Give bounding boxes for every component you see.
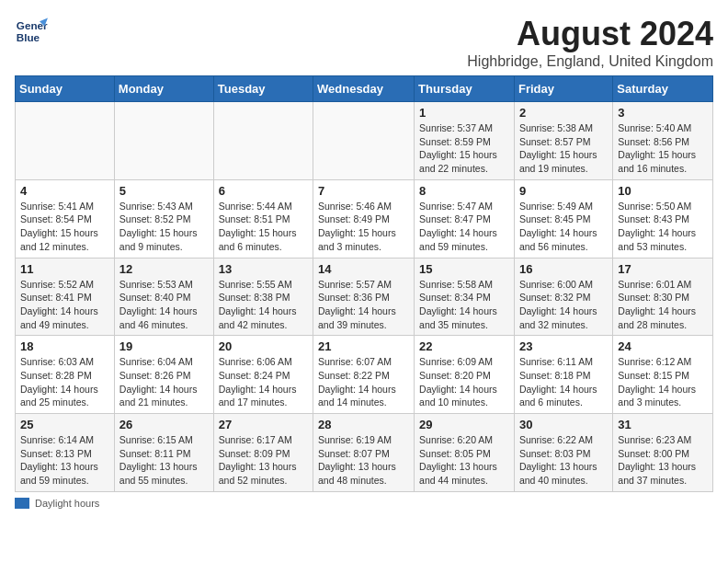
day-info: Sunrise: 5:52 AM Sunset: 8:41 PM Dayligh… — [20, 278, 109, 332]
day-info: Sunrise: 5:57 AM Sunset: 8:36 PM Dayligh… — [318, 278, 409, 332]
day-cell: 19Sunrise: 6:04 AM Sunset: 8:26 PM Dayli… — [114, 336, 213, 414]
day-number: 19 — [119, 339, 209, 353]
day-number: 17 — [618, 262, 708, 276]
day-cell: 14Sunrise: 5:57 AM Sunset: 8:36 PM Dayli… — [313, 258, 415, 336]
day-number: 16 — [519, 262, 608, 276]
weekday-header-tuesday: Tuesday — [213, 76, 313, 102]
page-title: August 2024 — [467, 15, 713, 53]
day-cell: 21Sunrise: 6:07 AM Sunset: 8:22 PM Dayli… — [313, 336, 415, 414]
day-number: 30 — [519, 418, 608, 431]
day-number: 6 — [219, 184, 308, 198]
day-info: Sunrise: 5:37 AM Sunset: 8:59 PM Dayligh… — [419, 121, 509, 176]
day-cell: 28Sunrise: 6:19 AM Sunset: 8:07 PM Dayli… — [313, 414, 415, 492]
day-number: 1 — [419, 106, 509, 120]
day-cell: 16Sunrise: 6:00 AM Sunset: 8:32 PM Dayli… — [514, 258, 612, 336]
day-info: Sunrise: 5:55 AM Sunset: 8:38 PM Dayligh… — [219, 278, 308, 332]
logo: General Blue — [15, 15, 48, 48]
day-cell: 31Sunrise: 6:23 AM Sunset: 8:00 PM Dayli… — [613, 414, 713, 492]
day-cell: 8Sunrise: 5:47 AM Sunset: 8:47 PM Daylig… — [415, 179, 515, 258]
footer-swatch — [15, 498, 29, 509]
day-info: Sunrise: 6:14 AM Sunset: 8:13 PM Dayligh… — [20, 433, 109, 488]
day-number: 9 — [519, 184, 608, 198]
day-cell: 6Sunrise: 5:44 AM Sunset: 8:51 PM Daylig… — [213, 179, 313, 258]
day-cell: 13Sunrise: 5:55 AM Sunset: 8:38 PM Dayli… — [213, 258, 313, 336]
day-info: Sunrise: 6:07 AM Sunset: 8:22 PM Dayligh… — [318, 355, 409, 409]
day-cell: 15Sunrise: 5:58 AM Sunset: 8:34 PM Dayli… — [415, 258, 515, 336]
day-number: 11 — [20, 262, 109, 276]
day-info: Sunrise: 6:11 AM Sunset: 8:18 PM Dayligh… — [519, 355, 608, 409]
day-cell: 1Sunrise: 5:37 AM Sunset: 8:59 PM Daylig… — [415, 102, 515, 180]
day-number: 31 — [618, 418, 708, 431]
day-number: 25 — [20, 418, 109, 431]
day-info: Sunrise: 6:09 AM Sunset: 8:20 PM Dayligh… — [419, 355, 509, 409]
day-info: Sunrise: 6:22 AM Sunset: 8:03 PM Dayligh… — [519, 433, 608, 488]
day-info: Sunrise: 6:12 AM Sunset: 8:15 PM Dayligh… — [618, 355, 708, 409]
day-number: 20 — [219, 339, 308, 353]
day-cell: 4Sunrise: 5:41 AM Sunset: 8:54 PM Daylig… — [16, 179, 115, 258]
day-cell: 29Sunrise: 6:20 AM Sunset: 8:05 PM Dayli… — [415, 414, 515, 492]
week-row-1: 1Sunrise: 5:37 AM Sunset: 8:59 PM Daylig… — [16, 102, 713, 180]
day-cell: 9Sunrise: 5:49 AM Sunset: 8:45 PM Daylig… — [514, 179, 612, 258]
day-info: Sunrise: 5:58 AM Sunset: 8:34 PM Dayligh… — [419, 278, 509, 332]
day-info: Sunrise: 5:49 AM Sunset: 8:45 PM Dayligh… — [519, 200, 608, 254]
calendar-table: SundayMondayTuesdayWednesdayThursdayFrid… — [15, 75, 713, 492]
day-number: 18 — [20, 339, 109, 353]
week-row-3: 11Sunrise: 5:52 AM Sunset: 8:41 PM Dayli… — [16, 258, 713, 336]
day-cell: 20Sunrise: 6:06 AM Sunset: 8:24 PM Dayli… — [213, 336, 313, 414]
svg-text:Blue: Blue — [17, 31, 40, 43]
day-info: Sunrise: 5:40 AM Sunset: 8:56 PM Dayligh… — [618, 121, 708, 176]
day-number: 29 — [419, 418, 509, 431]
generalblue-logo-icon: General Blue — [15, 15, 48, 48]
day-cell: 27Sunrise: 6:17 AM Sunset: 8:09 PM Dayli… — [213, 414, 313, 492]
day-number: 21 — [318, 339, 409, 353]
day-number: 4 — [20, 184, 109, 198]
weekday-header-sunday: Sunday — [16, 76, 115, 102]
week-row-4: 18Sunrise: 6:03 AM Sunset: 8:28 PM Dayli… — [16, 336, 713, 414]
day-cell: 26Sunrise: 6:15 AM Sunset: 8:11 PM Dayli… — [114, 414, 213, 492]
day-info: Sunrise: 5:47 AM Sunset: 8:47 PM Dayligh… — [419, 200, 509, 254]
day-cell — [213, 102, 313, 180]
day-number: 22 — [419, 339, 509, 353]
day-cell: 17Sunrise: 6:01 AM Sunset: 8:30 PM Dayli… — [613, 258, 713, 336]
day-number: 5 — [119, 184, 209, 198]
day-info: Sunrise: 6:01 AM Sunset: 8:30 PM Dayligh… — [618, 278, 708, 332]
weekday-header-row: SundayMondayTuesdayWednesdayThursdayFrid… — [16, 76, 713, 102]
day-cell — [16, 102, 115, 180]
day-cell: 30Sunrise: 6:22 AM Sunset: 8:03 PM Dayli… — [514, 414, 612, 492]
day-info: Sunrise: 6:19 AM Sunset: 8:07 PM Dayligh… — [318, 433, 409, 488]
day-cell: 25Sunrise: 6:14 AM Sunset: 8:13 PM Dayli… — [16, 414, 115, 492]
footer-note: Daylight hours — [15, 498, 713, 509]
day-cell: 2Sunrise: 5:38 AM Sunset: 8:57 PM Daylig… — [514, 102, 612, 180]
day-info: Sunrise: 5:44 AM Sunset: 8:51 PM Dayligh… — [219, 200, 308, 254]
day-info: Sunrise: 6:00 AM Sunset: 8:32 PM Dayligh… — [519, 278, 608, 332]
title-area: August 2024 Highbridge, England, United … — [467, 15, 713, 70]
day-number: 10 — [618, 184, 708, 198]
day-number: 13 — [219, 262, 308, 276]
day-number: 15 — [419, 262, 509, 276]
day-info: Sunrise: 6:23 AM Sunset: 8:00 PM Dayligh… — [618, 433, 708, 488]
day-cell: 11Sunrise: 5:52 AM Sunset: 8:41 PM Dayli… — [16, 258, 115, 336]
day-cell: 22Sunrise: 6:09 AM Sunset: 8:20 PM Dayli… — [415, 336, 515, 414]
week-row-2: 4Sunrise: 5:41 AM Sunset: 8:54 PM Daylig… — [16, 179, 713, 258]
day-info: Sunrise: 6:04 AM Sunset: 8:26 PM Dayligh… — [119, 355, 209, 409]
day-number: 26 — [119, 418, 209, 431]
weekday-header-saturday: Saturday — [613, 76, 713, 102]
day-info: Sunrise: 6:06 AM Sunset: 8:24 PM Dayligh… — [219, 355, 308, 409]
day-cell: 3Sunrise: 5:40 AM Sunset: 8:56 PM Daylig… — [613, 102, 713, 180]
day-number: 3 — [618, 106, 708, 120]
day-cell — [313, 102, 415, 180]
day-info: Sunrise: 5:46 AM Sunset: 8:49 PM Dayligh… — [318, 200, 409, 254]
day-info: Sunrise: 5:38 AM Sunset: 8:57 PM Dayligh… — [519, 121, 608, 176]
day-cell — [114, 102, 213, 180]
day-number: 24 — [618, 339, 708, 353]
day-info: Sunrise: 5:50 AM Sunset: 8:43 PM Dayligh… — [618, 200, 708, 254]
day-number: 12 — [119, 262, 209, 276]
day-info: Sunrise: 5:53 AM Sunset: 8:40 PM Dayligh… — [119, 278, 209, 332]
day-cell: 10Sunrise: 5:50 AM Sunset: 8:43 PM Dayli… — [613, 179, 713, 258]
weekday-header-friday: Friday — [514, 76, 612, 102]
header: General Blue August 2024 Highbridge, Eng… — [15, 15, 713, 70]
weekday-header-wednesday: Wednesday — [313, 76, 415, 102]
weekday-header-monday: Monday — [114, 76, 213, 102]
page-subtitle: Highbridge, England, United Kingdom — [467, 53, 713, 70]
day-number: 23 — [519, 339, 608, 353]
